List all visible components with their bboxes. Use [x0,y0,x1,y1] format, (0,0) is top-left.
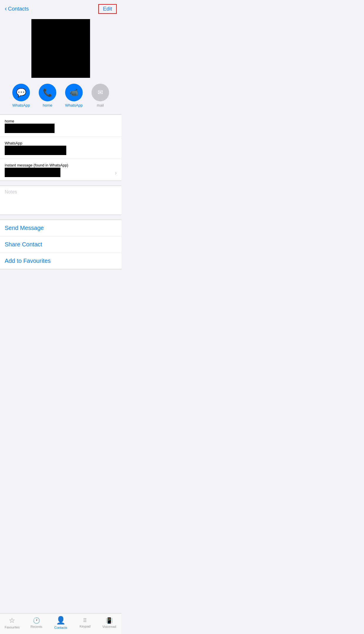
send-message-button[interactable]: Send Message [0,220,121,236]
back-chevron-icon: ‹ [5,6,7,12]
whatsapp-label: WhatsApp [5,141,22,145]
notes-placeholder: Notes [5,189,17,194]
whatsapp-video-action[interactable]: 📹 WhatsApp [65,84,83,107]
home-call-icon-circle: 📞 [39,84,56,101]
home-phone-row[interactable]: home [0,115,121,137]
whatsapp-row[interactable]: WhatsApp [0,137,121,159]
video-icon: 📹 [70,88,78,97]
back-button[interactable]: ‹ Contacts [5,6,29,12]
chevron-right-icon: › [115,169,117,176]
avatar-container [0,17,121,84]
instant-message-value [5,168,60,177]
edit-button[interactable]: Edit [98,4,117,14]
mail-label: mail [97,103,104,107]
mail-action[interactable]: ✉ mail [92,84,109,107]
whatsapp-message-label: WhatsApp [12,103,30,107]
phone-icon: 📞 [43,88,52,97]
whatsapp-video-label: WhatsApp [65,103,83,107]
whatsapp-message-icon-circle: 💬 [12,84,30,101]
share-contact-button[interactable]: Share Contact [0,236,121,253]
add-to-favourites-button[interactable]: Add to Favourites [0,253,121,269]
mail-icon: ✉ [98,89,103,96]
details-section: home WhatsApp instant message (found in … [0,115,121,181]
send-message-label: Send Message [5,225,44,231]
instant-message-row[interactable]: instant message (found in WhatsApp) › [0,159,121,181]
notes-section[interactable]: Notes [0,186,121,215]
mail-icon-circle: ✉ [92,84,109,101]
home-phone-value [5,124,55,133]
header: ‹ Contacts Edit [0,0,121,17]
share-contact-label: Share Contact [5,241,42,248]
actions-row: 💬 WhatsApp 📞 home 📹 WhatsApp ✉ mail [0,84,121,115]
home-call-action[interactable]: 📞 home [39,84,56,107]
whatsapp-message-action[interactable]: 💬 WhatsApp [12,84,30,107]
message-icon: 💬 [16,88,26,97]
instant-message-label: instant message (found in WhatsApp) [5,163,68,167]
home-call-label: home [43,103,53,107]
back-label: Contacts [8,6,29,12]
add-to-favourites-label: Add to Favourites [5,258,51,264]
whatsapp-value [5,146,66,155]
whatsapp-video-icon-circle: 📹 [65,84,83,101]
home-phone-label: home [5,119,14,123]
action-buttons: Send Message Share Contact Add to Favour… [0,220,121,269]
avatar [31,19,90,78]
